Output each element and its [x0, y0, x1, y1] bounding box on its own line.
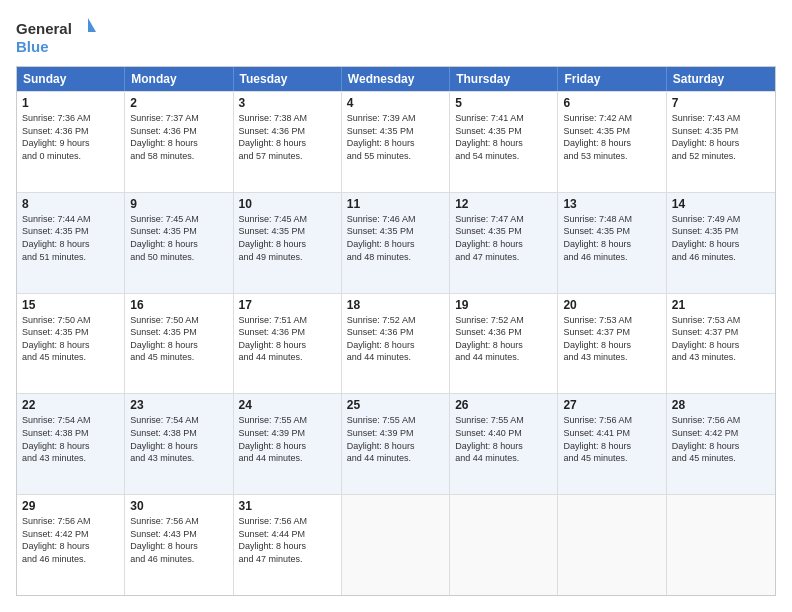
calendar-header-cell: Sunday: [17, 67, 125, 91]
day-number: 20: [563, 298, 660, 312]
day-number: 1: [22, 96, 119, 110]
calendar-cell: 11Sunrise: 7:46 AMSunset: 4:35 PMDayligh…: [342, 193, 450, 293]
cell-text: Sunrise: 7:56 AMSunset: 4:42 PMDaylight:…: [22, 515, 119, 565]
calendar-row: 1Sunrise: 7:36 AMSunset: 4:36 PMDaylight…: [17, 91, 775, 192]
cell-text: Sunrise: 7:36 AMSunset: 4:36 PMDaylight:…: [22, 112, 119, 162]
cell-text: Sunrise: 7:54 AMSunset: 4:38 PMDaylight:…: [130, 414, 227, 464]
calendar-header-cell: Thursday: [450, 67, 558, 91]
cell-text: Sunrise: 7:53 AMSunset: 4:37 PMDaylight:…: [672, 314, 770, 364]
calendar-cell: 21Sunrise: 7:53 AMSunset: 4:37 PMDayligh…: [667, 294, 775, 394]
cell-text: Sunrise: 7:55 AMSunset: 4:39 PMDaylight:…: [347, 414, 444, 464]
day-number: 18: [347, 298, 444, 312]
calendar-cell: 13Sunrise: 7:48 AMSunset: 4:35 PMDayligh…: [558, 193, 666, 293]
calendar-header-cell: Wednesday: [342, 67, 450, 91]
day-number: 31: [239, 499, 336, 513]
empty-cell: [667, 495, 775, 595]
cell-text: Sunrise: 7:50 AMSunset: 4:35 PMDaylight:…: [130, 314, 227, 364]
day-number: 11: [347, 197, 444, 211]
cell-text: Sunrise: 7:51 AMSunset: 4:36 PMDaylight:…: [239, 314, 336, 364]
cell-text: Sunrise: 7:39 AMSunset: 4:35 PMDaylight:…: [347, 112, 444, 162]
cell-text: Sunrise: 7:45 AMSunset: 4:35 PMDaylight:…: [130, 213, 227, 263]
calendar-row: 29Sunrise: 7:56 AMSunset: 4:42 PMDayligh…: [17, 494, 775, 595]
cell-text: Sunrise: 7:56 AMSunset: 4:44 PMDaylight:…: [239, 515, 336, 565]
calendar-cell: 2Sunrise: 7:37 AMSunset: 4:36 PMDaylight…: [125, 92, 233, 192]
cell-text: Sunrise: 7:55 AMSunset: 4:39 PMDaylight:…: [239, 414, 336, 464]
calendar-cell: 19Sunrise: 7:52 AMSunset: 4:36 PMDayligh…: [450, 294, 558, 394]
calendar-header-row: SundayMondayTuesdayWednesdayThursdayFrid…: [17, 67, 775, 91]
calendar-cell: 8Sunrise: 7:44 AMSunset: 4:35 PMDaylight…: [17, 193, 125, 293]
cell-text: Sunrise: 7:50 AMSunset: 4:35 PMDaylight:…: [22, 314, 119, 364]
calendar-cell: 1Sunrise: 7:36 AMSunset: 4:36 PMDaylight…: [17, 92, 125, 192]
cell-text: Sunrise: 7:54 AMSunset: 4:38 PMDaylight:…: [22, 414, 119, 464]
calendar-cell: 7Sunrise: 7:43 AMSunset: 4:35 PMDaylight…: [667, 92, 775, 192]
calendar-cell: 23Sunrise: 7:54 AMSunset: 4:38 PMDayligh…: [125, 394, 233, 494]
day-number: 21: [672, 298, 770, 312]
calendar-cell: 5Sunrise: 7:41 AMSunset: 4:35 PMDaylight…: [450, 92, 558, 192]
calendar-header-cell: Tuesday: [234, 67, 342, 91]
cell-text: Sunrise: 7:56 AMSunset: 4:41 PMDaylight:…: [563, 414, 660, 464]
day-number: 29: [22, 499, 119, 513]
svg-marker-2: [88, 18, 96, 32]
cell-text: Sunrise: 7:43 AMSunset: 4:35 PMDaylight:…: [672, 112, 770, 162]
cell-text: Sunrise: 7:48 AMSunset: 4:35 PMDaylight:…: [563, 213, 660, 263]
calendar-cell: 6Sunrise: 7:42 AMSunset: 4:35 PMDaylight…: [558, 92, 666, 192]
svg-text:General: General: [16, 20, 72, 37]
calendar-cell: 16Sunrise: 7:50 AMSunset: 4:35 PMDayligh…: [125, 294, 233, 394]
calendar-header-cell: Saturday: [667, 67, 775, 91]
calendar-cell: 29Sunrise: 7:56 AMSunset: 4:42 PMDayligh…: [17, 495, 125, 595]
day-number: 6: [563, 96, 660, 110]
day-number: 14: [672, 197, 770, 211]
calendar-cell: 17Sunrise: 7:51 AMSunset: 4:36 PMDayligh…: [234, 294, 342, 394]
calendar: SundayMondayTuesdayWednesdayThursdayFrid…: [16, 66, 776, 596]
calendar-cell: 22Sunrise: 7:54 AMSunset: 4:38 PMDayligh…: [17, 394, 125, 494]
cell-text: Sunrise: 7:45 AMSunset: 4:35 PMDaylight:…: [239, 213, 336, 263]
calendar-cell: 30Sunrise: 7:56 AMSunset: 4:43 PMDayligh…: [125, 495, 233, 595]
cell-text: Sunrise: 7:44 AMSunset: 4:35 PMDaylight:…: [22, 213, 119, 263]
day-number: 2: [130, 96, 227, 110]
calendar-cell: 4Sunrise: 7:39 AMSunset: 4:35 PMDaylight…: [342, 92, 450, 192]
day-number: 8: [22, 197, 119, 211]
calendar-row: 8Sunrise: 7:44 AMSunset: 4:35 PMDaylight…: [17, 192, 775, 293]
day-number: 4: [347, 96, 444, 110]
day-number: 17: [239, 298, 336, 312]
day-number: 16: [130, 298, 227, 312]
day-number: 5: [455, 96, 552, 110]
empty-cell: [342, 495, 450, 595]
day-number: 19: [455, 298, 552, 312]
calendar-cell: 31Sunrise: 7:56 AMSunset: 4:44 PMDayligh…: [234, 495, 342, 595]
cell-text: Sunrise: 7:42 AMSunset: 4:35 PMDaylight:…: [563, 112, 660, 162]
calendar-cell: 9Sunrise: 7:45 AMSunset: 4:35 PMDaylight…: [125, 193, 233, 293]
day-number: 28: [672, 398, 770, 412]
cell-text: Sunrise: 7:49 AMSunset: 4:35 PMDaylight:…: [672, 213, 770, 263]
page: General Blue SundayMondayTuesdayWednesda…: [0, 0, 792, 612]
calendar-cell: 12Sunrise: 7:47 AMSunset: 4:35 PMDayligh…: [450, 193, 558, 293]
cell-text: Sunrise: 7:52 AMSunset: 4:36 PMDaylight:…: [347, 314, 444, 364]
cell-text: Sunrise: 7:47 AMSunset: 4:35 PMDaylight:…: [455, 213, 552, 263]
calendar-cell: 24Sunrise: 7:55 AMSunset: 4:39 PMDayligh…: [234, 394, 342, 494]
cell-text: Sunrise: 7:41 AMSunset: 4:35 PMDaylight:…: [455, 112, 552, 162]
header: General Blue: [16, 16, 776, 56]
calendar-cell: 14Sunrise: 7:49 AMSunset: 4:35 PMDayligh…: [667, 193, 775, 293]
day-number: 27: [563, 398, 660, 412]
calendar-body: 1Sunrise: 7:36 AMSunset: 4:36 PMDaylight…: [17, 91, 775, 595]
calendar-cell: 18Sunrise: 7:52 AMSunset: 4:36 PMDayligh…: [342, 294, 450, 394]
day-number: 23: [130, 398, 227, 412]
empty-cell: [450, 495, 558, 595]
cell-text: Sunrise: 7:37 AMSunset: 4:36 PMDaylight:…: [130, 112, 227, 162]
svg-text:Blue: Blue: [16, 38, 49, 55]
day-number: 30: [130, 499, 227, 513]
day-number: 26: [455, 398, 552, 412]
logo: General Blue: [16, 16, 96, 56]
calendar-row: 15Sunrise: 7:50 AMSunset: 4:35 PMDayligh…: [17, 293, 775, 394]
day-number: 10: [239, 197, 336, 211]
cell-text: Sunrise: 7:38 AMSunset: 4:36 PMDaylight:…: [239, 112, 336, 162]
calendar-header-cell: Friday: [558, 67, 666, 91]
cell-text: Sunrise: 7:52 AMSunset: 4:36 PMDaylight:…: [455, 314, 552, 364]
calendar-cell: 26Sunrise: 7:55 AMSunset: 4:40 PMDayligh…: [450, 394, 558, 494]
day-number: 15: [22, 298, 119, 312]
cell-text: Sunrise: 7:55 AMSunset: 4:40 PMDaylight:…: [455, 414, 552, 464]
calendar-header-cell: Monday: [125, 67, 233, 91]
calendar-cell: 10Sunrise: 7:45 AMSunset: 4:35 PMDayligh…: [234, 193, 342, 293]
cell-text: Sunrise: 7:46 AMSunset: 4:35 PMDaylight:…: [347, 213, 444, 263]
calendar-row: 22Sunrise: 7:54 AMSunset: 4:38 PMDayligh…: [17, 393, 775, 494]
